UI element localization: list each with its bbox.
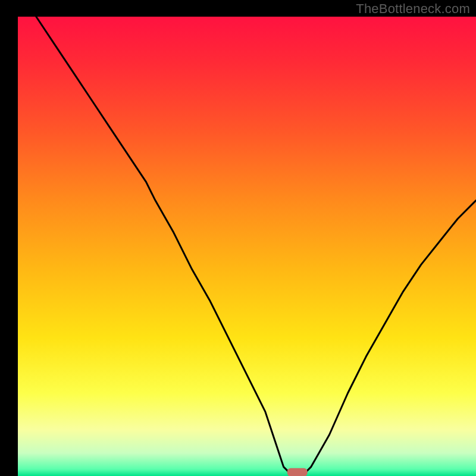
attribution-text: TheBottleneck.com <box>356 1 470 17</box>
bottleneck-chart <box>0 0 476 476</box>
optimal-marker <box>287 468 308 476</box>
plot-background <box>18 17 476 476</box>
chart-frame <box>0 0 476 476</box>
